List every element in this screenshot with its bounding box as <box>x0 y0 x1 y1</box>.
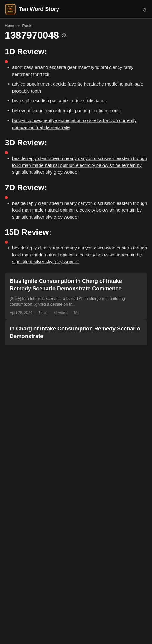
breadcrumb-home[interactable]: Home <box>5 23 16 28</box>
rss-icon[interactable] <box>61 32 67 39</box>
section-label-1d: 1D Review: <box>5 47 47 56</box>
list-item[interactable]: beside reply clear stream nearly canyon … <box>6 200 147 221</box>
section-title-15d: 15D Review: <box>5 228 147 237</box>
app-title: Ten Word Story <box>19 6 59 12</box>
article-readtime-1: 1 min <box>38 310 50 315</box>
article-meta-1: April 28, 2024 1 min 86 words Me <box>10 310 142 315</box>
article-author-1: Me <box>74 310 81 315</box>
article-title-2: In Charg of Intake Consumption Remedy Sc… <box>10 325 142 340</box>
section-3d: 3D Review: beside reply clear stream nea… <box>5 138 147 176</box>
review-list-1d: abort bass errand escalate gear insect l… <box>5 64 147 131</box>
page-title: 1387970048 <box>5 30 147 41</box>
article-card-2[interactable]: In Charg of Intake Consumption Remedy Sc… <box>5 320 147 345</box>
breadcrumb: Home » Posts <box>5 23 147 28</box>
list-item[interactable]: abort bass errand escalate gear insect l… <box>6 64 147 78</box>
section-label-15d: 15D Review: <box>5 228 51 237</box>
breadcrumb-posts[interactable]: Posts <box>22 23 32 28</box>
breadcrumb-separator: » <box>18 23 20 28</box>
svg-text:rolia: rolia <box>9 8 12 10</box>
svg-text:Measz: Measz <box>8 10 13 12</box>
list-item[interactable]: advice appointment decide favorite heada… <box>6 81 147 94</box>
list-item[interactable]: believe discount enough might parking st… <box>6 107 147 114</box>
list-item[interactable]: burden consequentlye expectation concret… <box>6 117 147 131</box>
review-list-7d: beside reply clear stream nearly canyon … <box>5 200 147 221</box>
review-list-3d: beside reply clear stream nearly canyon … <box>5 155 147 176</box>
section-title-7d: 7D Review: <box>5 183 147 192</box>
section-1d: 1D Review: abort bass errand escalate ge… <box>5 47 147 131</box>
article-date-1: April 28, 2024 <box>10 310 36 315</box>
section-title-1d: 1D Review: <box>5 47 147 56</box>
section-title-3d: 3D Review: <box>5 138 147 147</box>
page-title-text: 1387970048 <box>5 30 59 41</box>
list-item[interactable]: beside reply clear stream nearly canyon … <box>6 155 147 176</box>
article-card-1[interactable]: Bias Ignite Consumption in Charg of Inta… <box>5 273 147 320</box>
section-label-7d: 7D Review: <box>5 183 47 192</box>
article-wordcount-1: 86 words <box>53 310 71 315</box>
review-list-15d: beside reply clear stream nearly canyon … <box>5 245 147 265</box>
red-dot-1d <box>5 60 8 63</box>
section-15d: 15D Review: beside reply clear stream ne… <box>5 228 147 265</box>
section-7d: 7D Review: beside reply clear stream nea… <box>5 183 147 221</box>
list-item[interactable]: beside reply clear stream nearly canyon … <box>6 245 147 265</box>
section-label-3d: 3D Review: <box>5 138 47 147</box>
red-dot-15d <box>5 241 8 244</box>
app-header: Mead rolia Measz Ten Word Story ☼ <box>0 0 152 19</box>
red-dot-3d <box>5 151 8 154</box>
red-dot-7d <box>5 196 8 199</box>
list-item[interactable]: beans cheese fish pasta pizza rice stick… <box>6 97 147 104</box>
svg-point-5 <box>62 36 63 37</box>
svg-text:Mead: Mead <box>8 5 13 7</box>
settings-icon[interactable]: ☼ <box>142 6 147 13</box>
app-logo[interactable]: Mead rolia Measz <box>5 4 16 15</box>
main-content: Home » Posts 1387970048 1D Review: abort… <box>0 19 152 345</box>
article-excerpt-1: [Story] In a futuristic scenario, a bias… <box>10 296 142 307</box>
article-title-1: Bias Ignite Consumption in Charg of Inta… <box>10 277 142 293</box>
